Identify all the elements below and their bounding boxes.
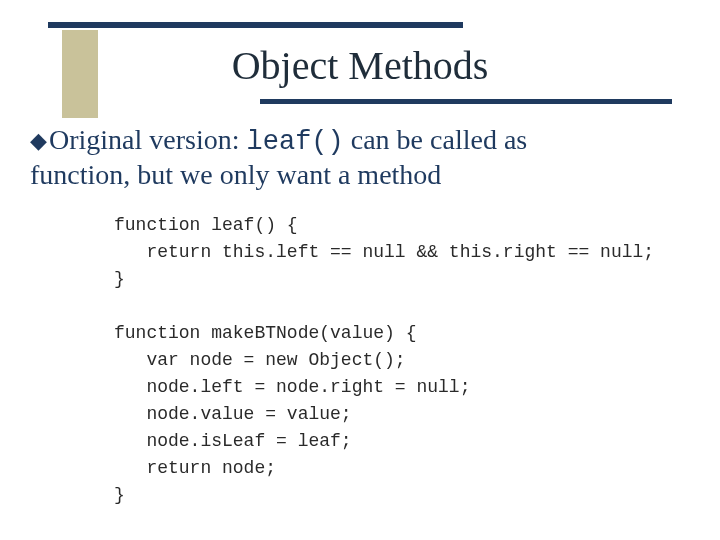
sub-rule (260, 99, 672, 104)
bullet-line-1: ◆Original version: leaf() can be called … (30, 122, 690, 160)
top-rule (48, 22, 463, 28)
code-block: function leaf() { return this.left == nu… (114, 212, 654, 509)
bullet-line-2: function, but we only want a method (30, 157, 690, 192)
bullet-code: leaf() (247, 127, 344, 157)
bullet-text-post: can be called as (344, 124, 527, 155)
bullet-icon: ◆ (30, 128, 47, 153)
bullet-text-pre: Original version: (49, 124, 247, 155)
slide-title: Object Methods (0, 42, 720, 89)
